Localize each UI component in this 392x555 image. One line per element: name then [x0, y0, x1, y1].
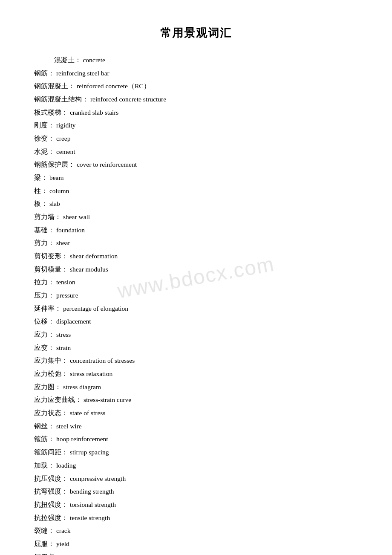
vocab-list: 混凝土： concrete钢筋： reinforcing steel bar钢筋…: [34, 54, 358, 555]
vocab-item: 钢筋： reinforcing steel bar: [34, 67, 358, 80]
vocab-item: 抗拉强度： tensile strength: [34, 512, 358, 524]
vocab-item: 剪切模量： shear modulus: [34, 263, 358, 276]
vocab-item: 板式楼梯： cranked slab stairs: [34, 107, 358, 119]
vocab-item: 抗扭强度： torsional strength: [34, 499, 358, 511]
vocab-item: 应力： stress: [34, 329, 358, 341]
vocab-item: 剪力： shear: [34, 237, 358, 249]
vocab-item: 屈服点： yield point: [34, 551, 358, 555]
vocab-item: 延伸率： percentage of elongation: [34, 303, 358, 315]
vocab-item: 钢丝： steel wire: [34, 420, 358, 433]
vocab-item: 柱： column: [34, 185, 358, 197]
vocab-item: 屈服： yield: [34, 538, 358, 550]
vocab-item: 剪切变形： shear deformation: [34, 250, 358, 263]
vocab-item: 钢筋混凝土： reinforced concrete（RC）: [34, 80, 358, 92]
vocab-item: 刚度： rigidity: [34, 119, 358, 132]
vocab-item: 梁： beam: [34, 172, 358, 184]
vocab-item: 剪力墙： shear wall: [34, 211, 358, 223]
vocab-item: 位移： displacement: [34, 315, 358, 328]
vocab-item: 板： slab: [34, 198, 358, 210]
vocab-item: 钢筋混凝土结构： reinforced concrete structure: [34, 93, 358, 106]
vocab-item: 加载： loading: [34, 460, 358, 472]
vocab-item: 抗压强度： compressive strength: [34, 473, 358, 485]
vocab-item: 箍筋间距： stirrup spacing: [34, 446, 358, 459]
vocab-item: 混凝土： concrete: [34, 54, 358, 66]
vocab-item: 裂缝： crack: [34, 525, 358, 537]
page-title: 常用景观词汇: [34, 26, 358, 40]
vocab-item: 应力集中： concentration of stresses: [34, 355, 358, 367]
vocab-item: 抗弯强度： bending strength: [34, 486, 358, 498]
vocab-item: 基础： foundation: [34, 224, 358, 237]
vocab-item: 钢筋保护层： cover to reinforcement: [34, 159, 358, 171]
vocab-item: 箍筋： hoop reinforcement: [34, 433, 358, 445]
vocab-item: 应力图： stress diagram: [34, 381, 358, 393]
vocab-item: 徐变： creep: [34, 133, 358, 145]
vocab-item: 应力松弛： stress relaxation: [34, 368, 358, 380]
vocab-item: 压力： pressure: [34, 289, 358, 302]
vocab-item: 应变： strain: [34, 342, 358, 354]
vocab-item: 拉力： tension: [34, 276, 358, 289]
vocab-item: 应力应变曲线： stress-strain curve: [34, 394, 358, 406]
vocab-item: 水泥： cement: [34, 146, 358, 158]
vocab-item: 应力状态： state of stress: [34, 407, 358, 419]
